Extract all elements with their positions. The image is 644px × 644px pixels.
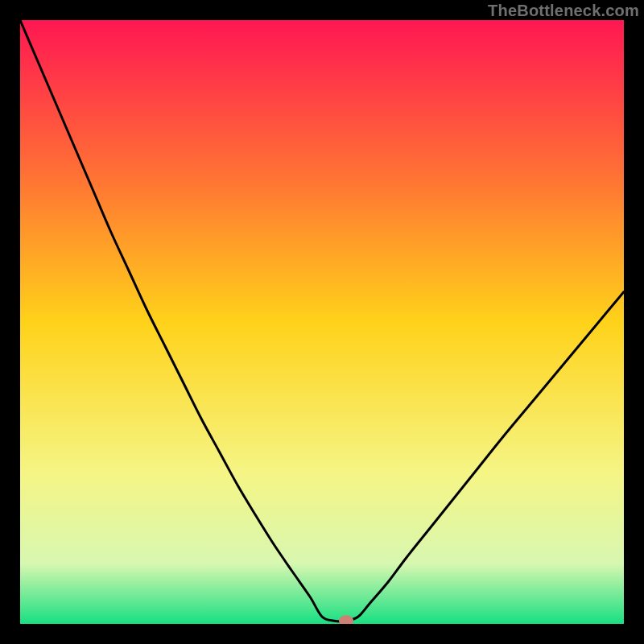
bottleneck-curve-plot xyxy=(20,20,624,624)
gradient-background xyxy=(20,20,624,624)
watermark-label: TheBottleneck.com xyxy=(488,2,639,20)
chart-frame: TheBottleneck.com xyxy=(0,0,644,644)
